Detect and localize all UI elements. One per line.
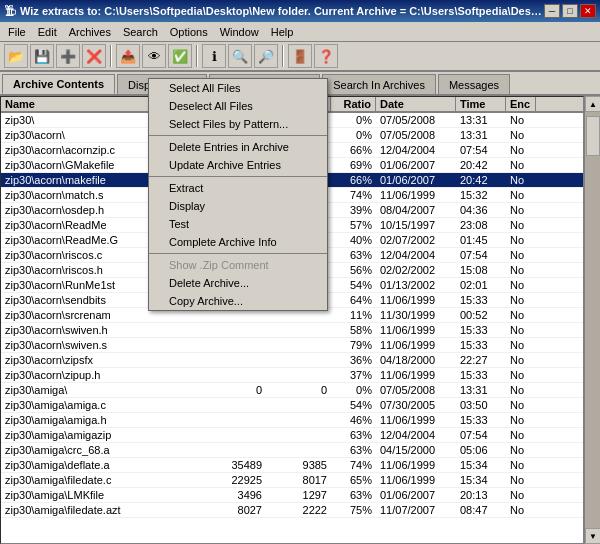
toolbar-btn-save[interactable]: 💾: [30, 44, 54, 68]
tab-search-in-archives[interactable]: Search In Archives: [322, 74, 436, 94]
menu-item-file[interactable]: File: [2, 24, 32, 40]
cell: No: [506, 128, 536, 142]
table-row[interactable]: zip30\amiga\crc_68.a63%04/15/200005:06No: [1, 443, 583, 458]
scroll-down-button[interactable]: ▼: [585, 528, 600, 544]
toolbar-btn-help[interactable]: ❓: [314, 44, 338, 68]
table-row[interactable]: zip30\acorn\swiven.s79%11/06/199915:33No: [1, 338, 583, 353]
minimize-button[interactable]: ─: [544, 4, 560, 18]
cell: zip30\amiga\: [1, 383, 201, 397]
context-menu-item-complete-archive-info[interactable]: Complete Archive Info: [149, 233, 327, 251]
cell: 15:33: [456, 413, 506, 427]
cell: 01/06/2007: [376, 488, 456, 502]
table-row[interactable]: zip30\amiga\deflate.a35489938574%11/06/1…: [1, 458, 583, 473]
menu-item-help[interactable]: Help: [265, 24, 300, 40]
cell: No: [506, 158, 536, 172]
context-menu-item-delete-entries-in-archive[interactable]: Delete Entries in Archive: [149, 138, 327, 156]
cell: 54%: [331, 398, 376, 412]
table-row[interactable]: zip30\amiga\amigazip63%12/04/200407:54No: [1, 428, 583, 443]
toolbar-btn-add[interactable]: ➕: [56, 44, 80, 68]
cell: 11/06/1999: [376, 293, 456, 307]
cell: 13:31: [456, 113, 506, 127]
cell: 20:13: [456, 488, 506, 502]
cell: No: [506, 323, 536, 337]
cell: [266, 413, 331, 427]
cell: 3496: [201, 488, 266, 502]
cell: No: [506, 473, 536, 487]
cell: 13:31: [456, 128, 506, 142]
menu-item-edit[interactable]: Edit: [32, 24, 63, 40]
cell: 74%: [331, 188, 376, 202]
context-menu-item-display[interactable]: Display: [149, 197, 327, 215]
table-row[interactable]: zip30\acorn\zipup.h37%11/06/199915:33No: [1, 368, 583, 383]
toolbar-btn-scan[interactable]: 🔎: [254, 44, 278, 68]
context-menu-item-copy-archive-[interactable]: Copy Archive...: [149, 292, 327, 310]
col-header-date[interactable]: Date: [376, 97, 456, 111]
cell: No: [506, 413, 536, 427]
cell: zip30\amiga\filedate.c: [1, 473, 201, 487]
col-header-ratio[interactable]: Ratio: [331, 97, 376, 111]
tab-archive-contents[interactable]: Archive Contents: [2, 74, 115, 94]
cell: 54%: [331, 278, 376, 292]
col-header-time[interactable]: Time: [456, 97, 506, 111]
table-row[interactable]: zip30\amiga\000%07/05/200813:31No: [1, 383, 583, 398]
menu-item-window[interactable]: Window: [214, 24, 265, 40]
cell: 07/05/2008: [376, 383, 456, 397]
cell: 57%: [331, 218, 376, 232]
cell: 35489: [201, 458, 266, 472]
tab-messages[interactable]: Messages: [438, 74, 510, 94]
cell: [266, 353, 331, 367]
vertical-scrollbar[interactable]: ▲ ▼: [584, 96, 600, 544]
cell: 15:33: [456, 293, 506, 307]
toolbar-separator-3: [282, 45, 284, 67]
table-row[interactable]: zip30\amiga\LMKfile3496129763%01/06/2007…: [1, 488, 583, 503]
cell: 74%: [331, 458, 376, 472]
cell: 1297: [266, 488, 331, 502]
toolbar-btn-extract[interactable]: 📤: [116, 44, 140, 68]
scroll-track[interactable]: [585, 112, 600, 528]
table-row[interactable]: zip30\amiga\amiga.h46%11/06/199915:33No: [1, 413, 583, 428]
context-menu-item-select-files-by-pattern-[interactable]: Select Files by Pattern...: [149, 115, 327, 133]
cell: [201, 323, 266, 337]
cell: 11/06/1999: [376, 338, 456, 352]
cell: 36%: [331, 353, 376, 367]
cell: 22:27: [456, 353, 506, 367]
cell: 00:52: [456, 308, 506, 322]
context-menu-item-test[interactable]: Test: [149, 215, 327, 233]
col-header-enc[interactable]: Enc: [506, 97, 536, 111]
table-row[interactable]: zip30\amiga\filedate.azt8027222275%11/07…: [1, 503, 583, 518]
cell: No: [506, 353, 536, 367]
toolbar-btn-open[interactable]: 📂: [4, 44, 28, 68]
cell: 75%: [331, 503, 376, 517]
maximize-button[interactable]: □: [562, 4, 578, 18]
table-row[interactable]: zip30\acorn\swiven.h58%11/06/199915:33No: [1, 323, 583, 338]
toolbar-btn-delete[interactable]: ❌: [82, 44, 106, 68]
cell: zip30\amiga\filedate.azt: [1, 503, 201, 517]
cell: 23:08: [456, 218, 506, 232]
context-menu-item-select-all-files[interactable]: Select All Files: [149, 79, 327, 97]
context-menu-item-extract[interactable]: Extract: [149, 179, 327, 197]
close-button[interactable]: ✕: [580, 4, 596, 18]
table-row[interactable]: zip30\amiga\filedate.c22925801765%11/06/…: [1, 473, 583, 488]
cell: 12/04/2004: [376, 143, 456, 157]
toolbar-btn-view[interactable]: 👁: [142, 44, 166, 68]
cell: [201, 368, 266, 382]
context-menu-item-deselect-all-files[interactable]: Deselect All Files: [149, 97, 327, 115]
scroll-thumb[interactable]: [586, 116, 600, 156]
title-bar-icon: 🗜: [4, 4, 16, 18]
table-row[interactable]: zip30\amiga\amiga.c54%07/30/200503:50No: [1, 398, 583, 413]
toolbar-btn-search[interactable]: 🔍: [228, 44, 252, 68]
menu-item-search[interactable]: Search: [117, 24, 164, 40]
toolbar-btn-exit[interactable]: 🚪: [288, 44, 312, 68]
cell: No: [506, 488, 536, 502]
scroll-up-button[interactable]: ▲: [585, 96, 600, 112]
cell: No: [506, 248, 536, 262]
menu-item-archives[interactable]: Archives: [63, 24, 117, 40]
menu-item-options[interactable]: Options: [164, 24, 214, 40]
context-menu-item-update-archive-entries[interactable]: Update Archive Entries: [149, 156, 327, 174]
toolbar-btn-test[interactable]: ✅: [168, 44, 192, 68]
cell: 0%: [331, 383, 376, 397]
table-row[interactable]: zip30\acorn\zipsfx36%04/18/200022:27No: [1, 353, 583, 368]
toolbar-separator-2: [196, 45, 198, 67]
toolbar-btn-info[interactable]: ℹ: [202, 44, 226, 68]
context-menu-item-delete-archive-[interactable]: Delete Archive...: [149, 274, 327, 292]
